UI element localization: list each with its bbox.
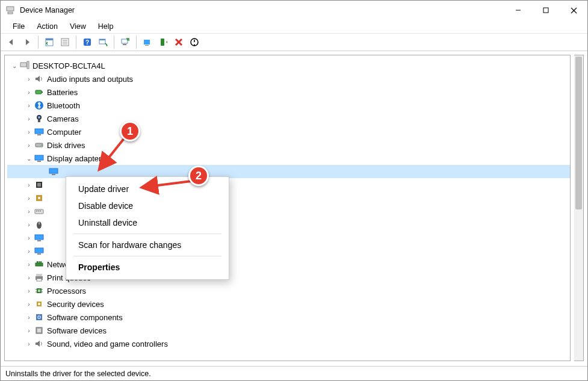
svg-rect-69 (36, 314, 42, 320)
tree-item-audio[interactable]: ›Audio inputs and outputs (7, 72, 570, 85)
svg-rect-26 (36, 90, 42, 94)
tree-item-bluetooth[interactable]: ›Bluetooth (7, 99, 570, 112)
svg-rect-47 (40, 211, 41, 211)
tree-item-batteries[interactable]: ›Batteries (7, 85, 570, 99)
tree-item-processors[interactable]: ›Processors (7, 284, 570, 297)
ctx-disable-device[interactable]: Disable device (66, 197, 229, 214)
toolbar: ? (1, 33, 587, 51)
uninstall-button[interactable] (172, 35, 186, 49)
svg-rect-53 (37, 253, 41, 255)
expand-icon[interactable]: › (24, 195, 34, 202)
printer-icon (34, 273, 45, 282)
svg-rect-41 (37, 183, 41, 187)
expand-icon[interactable]: › (24, 341, 34, 347)
hid-icon (34, 193, 45, 203)
tree-item-label: Computer (47, 128, 81, 137)
svg-rect-1 (8, 12, 13, 14)
svg-rect-62 (38, 290, 40, 292)
expand-icon[interactable]: › (24, 182, 34, 188)
tree-item-display-adapters[interactable]: ⌄Display adapters (7, 152, 570, 165)
svg-rect-44 (35, 209, 43, 214)
toolbar-separator (114, 36, 114, 49)
network-icon (34, 259, 45, 269)
svg-text:?: ? (85, 39, 89, 46)
properties-button[interactable] (58, 35, 72, 49)
menu-help[interactable]: Help (92, 21, 120, 32)
title-bar: Device Manager (1, 1, 587, 20)
svg-rect-39 (52, 174, 55, 175)
tree-item-computer[interactable]: ›Computer (7, 125, 570, 138)
cpu-icon (34, 286, 45, 296)
tree-item-label: Display adapters (47, 154, 105, 163)
expand-icon[interactable]: › (24, 116, 34, 122)
security-icon (34, 299, 45, 309)
svg-rect-15 (99, 39, 105, 40)
expand-icon[interactable]: › (24, 248, 34, 255)
tree-item-software-components[interactable]: ›Software components (7, 311, 570, 324)
tree-item-disk-drives[interactable]: ›Disk drives (7, 138, 570, 152)
expand-icon[interactable]: › (24, 102, 34, 109)
expand-icon[interactable]: › (24, 274, 34, 281)
disk-icon (34, 140, 45, 150)
collapse-icon[interactable]: ⌄ (10, 63, 19, 69)
ctx-separator (73, 256, 221, 256)
help-button[interactable]: ? (80, 35, 94, 49)
tree-item-sound-controllers[interactable]: ›Sound, video and game controllers (7, 337, 570, 350)
scrollbar-thumb[interactable] (575, 57, 582, 209)
svg-point-35 (41, 144, 42, 146)
minimize-button[interactable] (504, 1, 532, 19)
menu-view[interactable]: View (64, 21, 92, 32)
expand-icon[interactable]: › (24, 261, 34, 268)
tree-item-software-devices[interactable]: ›Software devices (7, 324, 570, 337)
speaker-icon (34, 339, 45, 348)
expand-icon[interactable]: › (24, 301, 34, 308)
show-hide-tree-button[interactable] (42, 35, 57, 49)
expand-icon[interactable]: › (24, 76, 34, 82)
status-bar: Uninstalls the driver for the selected d… (1, 366, 587, 380)
ctx-scan-hardware[interactable]: Scan for hardware changes (66, 237, 229, 253)
forward-button[interactable] (20, 35, 34, 49)
update-driver-button[interactable] (118, 35, 132, 49)
ctx-properties[interactable]: Properties (66, 259, 229, 276)
ctx-uninstall-device[interactable]: Uninstall device (66, 214, 229, 231)
vertical-scrollbar[interactable] (574, 55, 584, 361)
expand-icon[interactable]: › (24, 208, 34, 215)
menu-action[interactable]: Action (31, 21, 64, 32)
expand-icon[interactable]: › (24, 288, 34, 294)
ctx-update-driver[interactable]: Update driver (66, 181, 229, 197)
svg-rect-33 (37, 134, 41, 135)
maximize-button[interactable] (532, 1, 560, 19)
enable-device-button[interactable] (140, 35, 155, 49)
expand-icon[interactable]: › (24, 89, 34, 96)
camera-icon (34, 114, 45, 123)
expand-icon[interactable]: › (24, 221, 34, 228)
back-button[interactable] (4, 35, 19, 49)
tree-root[interactable]: ⌄ DESKTOP-BCLTA4L (7, 59, 570, 72)
svg-rect-7 (46, 39, 53, 40)
speaker-icon (34, 74, 45, 84)
svg-rect-17 (123, 44, 126, 45)
context-menu: Update driver Disable device Uninstall d… (66, 176, 229, 280)
software-device-icon (34, 326, 45, 335)
tree-item-cameras[interactable]: ›Cameras (7, 112, 570, 125)
menu-file[interactable]: File (7, 21, 31, 32)
add-legacy-button[interactable] (156, 35, 170, 49)
tree-item-label: Software devices (47, 326, 107, 335)
expand-icon[interactable]: › (24, 129, 34, 135)
svg-rect-25 (27, 61, 29, 69)
expand-icon[interactable]: › (24, 142, 34, 149)
tree-item-label: Batteries (47, 88, 78, 97)
expand-icon[interactable]: › (24, 314, 34, 321)
svg-rect-55 (37, 261, 38, 263)
svg-rect-57 (40, 261, 42, 263)
disable-button[interactable] (187, 35, 202, 49)
display-adapter-icon (48, 167, 59, 176)
expand-icon[interactable]: › (24, 235, 34, 241)
expand-icon[interactable]: › (24, 327, 34, 334)
collapse-icon[interactable]: ⌄ (24, 155, 34, 162)
tree-item-security[interactable]: ›Security devices (7, 297, 570, 311)
window-title: Device Manager (20, 6, 504, 14)
close-button[interactable] (560, 1, 587, 19)
monitor-icon (34, 233, 45, 243)
scan-hardware-button[interactable] (96, 35, 110, 49)
